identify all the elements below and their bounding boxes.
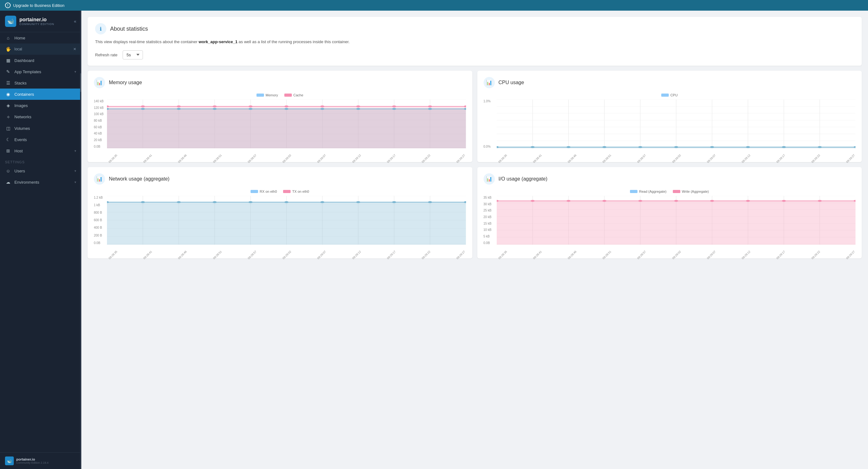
- sidebar-item-label: Events: [14, 137, 76, 142]
- sidebar-env-local[interactable]: 🖐 local ✕: [0, 43, 81, 55]
- chevron-down-icon: ▾: [74, 169, 76, 173]
- svg-point-60: [530, 146, 534, 148]
- dashboard-icon: ▦: [5, 58, 11, 63]
- svg-point-63: [638, 146, 643, 148]
- sidebar-item-label: Images: [14, 103, 76, 108]
- svg-point-34: [248, 105, 253, 107]
- io-x-axis: 09:28:35 09:28:41 09:28:46 09:28:51 09:2…: [497, 245, 856, 252]
- sidebar-item-label: Stacks: [14, 81, 76, 86]
- sidebar-item-events[interactable]: ☾ Events: [0, 134, 81, 145]
- sidebar-item-containers[interactable]: ◉ Containers: [0, 89, 81, 100]
- refresh-rate-label: Refresh rate: [95, 53, 118, 57]
- rx-legend-label: RX on eth0: [259, 190, 277, 193]
- sidebar-item-label: Networks: [14, 115, 76, 119]
- network-chart-title: Network usage (aggregate): [109, 176, 169, 182]
- svg-point-23: [248, 108, 253, 110]
- io-usage-card: 📊 I/O usage (aggregate) Read (Aggregate)…: [477, 167, 862, 258]
- svg-point-32: [177, 105, 181, 107]
- sidebar-item-networks[interactable]: ⟡ Networks: [0, 111, 81, 123]
- events-icon: ☾: [5, 137, 11, 142]
- tx-legend-label: TX on eth0: [292, 190, 309, 193]
- portainer-edition: COMMUNITY EDITION: [20, 23, 54, 26]
- volumes-icon: ◫: [5, 126, 11, 131]
- read-legend-swatch: [630, 190, 638, 193]
- info-icon: ℹ: [100, 26, 102, 32]
- io-chart-icon: 📊: [484, 173, 495, 185]
- svg-point-21: [177, 108, 181, 110]
- about-icon-circle: ℹ: [95, 23, 106, 34]
- svg-point-20: [141, 108, 145, 110]
- sidebar-item-host[interactable]: ⊞ Host ▾: [0, 145, 81, 156]
- svg-point-123: [746, 200, 750, 202]
- sidebar-item-label: Host: [14, 149, 71, 153]
- sidebar-item-home[interactable]: ⌂ Home: [0, 32, 81, 43]
- portainer-logo-name: portainer.io: [20, 17, 54, 23]
- sidebar-item-app-templates[interactable]: ✎ App Templates ▾: [0, 66, 81, 77]
- sidebar-item-images[interactable]: ◈ Images: [0, 100, 81, 111]
- cpu-chart-icon: 📊: [484, 77, 495, 88]
- svg-point-90: [212, 201, 217, 203]
- write-legend-label: Write (Aggregate): [682, 190, 709, 193]
- memory-plot: [107, 99, 466, 148]
- footer-edition-version: Community Edition 2.19.4: [16, 461, 49, 464]
- sidebar-item-environments[interactable]: ☁ Environments ▾: [0, 177, 81, 188]
- svg-point-64: [674, 146, 678, 148]
- svg-point-28: [428, 108, 432, 110]
- network-plot: [107, 196, 466, 245]
- cache-legend-swatch: [284, 94, 292, 97]
- sidebar-item-dashboard[interactable]: ▦ Dashboard: [0, 55, 81, 66]
- io-chart-title: I/O usage (aggregate): [499, 176, 548, 182]
- environments-icon: ☁: [5, 180, 11, 185]
- app-templates-icon: ✎: [5, 69, 11, 74]
- sidebar-item-label: Volumes: [14, 126, 76, 131]
- network-usage-card: 📊 Network usage (aggregate) RX on eth0 T…: [88, 167, 472, 258]
- svg-point-95: [392, 201, 396, 203]
- svg-marker-115: [497, 201, 856, 245]
- cpu-plot: [497, 99, 856, 148]
- charts-grid: 📊 Memory usage Memory Cache 140 kB12: [88, 71, 862, 258]
- svg-point-94: [356, 201, 360, 203]
- home-icon: ⌂: [5, 35, 11, 40]
- network-y-axis: 1.2 kB1 kB800 B600 B400 B200 B0.0B: [94, 196, 107, 245]
- memory-chart-legend: Memory Cache: [94, 93, 466, 97]
- stacks-icon: ☰: [5, 81, 11, 86]
- upgrade-bar[interactable]: ! Upgrade to Business Edition: [0, 0, 868, 11]
- sidebar-item-label: Home: [14, 36, 76, 40]
- portainer-logo-icon: 🐋: [5, 15, 16, 27]
- svg-point-89: [177, 201, 181, 203]
- svg-point-92: [284, 201, 289, 203]
- refresh-rate-select[interactable]: 5s 1s 10s 30s off: [123, 51, 143, 59]
- svg-point-118: [566, 200, 570, 202]
- svg-point-35: [284, 105, 289, 107]
- memory-legend-swatch: [256, 94, 264, 97]
- upgrade-label: Upgrade to Business Edition: [13, 3, 64, 8]
- svg-point-33: [212, 105, 217, 107]
- env-label: local: [14, 47, 70, 51]
- svg-point-125: [817, 200, 822, 202]
- sidebar-collapse-button[interactable]: «: [74, 19, 76, 24]
- sidebar-item-volumes[interactable]: ◫ Volumes: [0, 123, 81, 134]
- svg-point-27: [392, 108, 396, 110]
- svg-point-38: [392, 105, 396, 107]
- sidebar-item-users[interactable]: ☺ Users ▾: [0, 165, 81, 177]
- svg-point-66: [746, 146, 750, 148]
- chevron-down-icon: ▾: [74, 149, 76, 153]
- io-y-axis: 35 kB30 kB25 kB20 kB15 kB10 kB5 kB0.0B: [484, 196, 497, 245]
- sidebar-item-label: Dashboard: [14, 58, 76, 63]
- container-name: work_app-service_1: [198, 39, 238, 44]
- svg-point-93: [320, 201, 325, 203]
- sidebar-item-stacks[interactable]: ☰ Stacks: [0, 77, 81, 89]
- io-chart-area: 35 kB30 kB25 kB20 kB15 kB10 kB5 kB0.0B: [484, 196, 856, 252]
- env-icon: 🖐: [5, 46, 11, 52]
- svg-point-121: [674, 200, 678, 202]
- svg-point-120: [638, 200, 643, 202]
- rx-legend-swatch: [251, 190, 258, 193]
- svg-point-36: [320, 105, 325, 107]
- chevron-down-icon: ▾: [74, 180, 76, 184]
- env-close-icon[interactable]: ✕: [73, 47, 76, 51]
- cpu-y-axis: 1.0%0.0%: [484, 99, 497, 148]
- footer-logo-icon: 🐋: [5, 457, 14, 465]
- cache-legend-label: Cache: [293, 93, 303, 97]
- svg-point-31: [141, 105, 145, 107]
- networks-icon: ⟡: [5, 114, 11, 120]
